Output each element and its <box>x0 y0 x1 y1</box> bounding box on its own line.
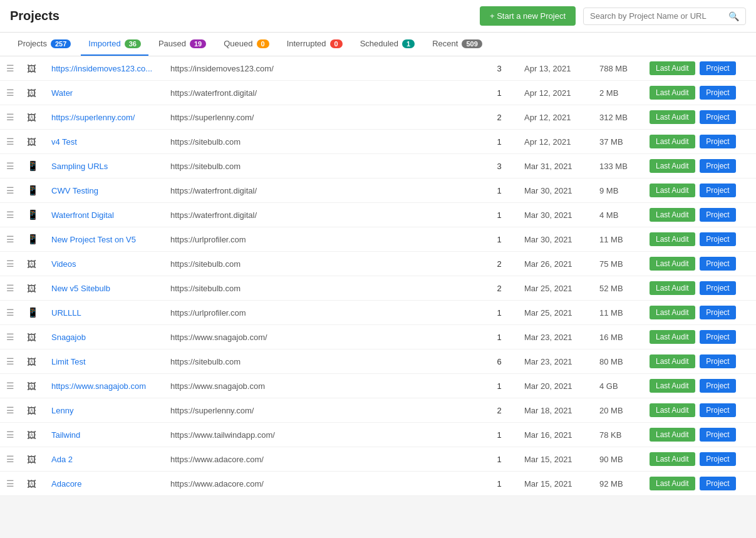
project-name-link[interactable]: https://insidemoves123.co... <box>51 64 152 73</box>
project-name-link[interactable]: Tailwind <box>51 430 80 440</box>
audits-cell: 1 <box>480 447 518 472</box>
row-menu-cell: ☰ <box>0 276 21 301</box>
hamburger-icon[interactable]: ☰ <box>6 283 14 293</box>
last-audit-button[interactable]: Last Audit <box>650 452 695 466</box>
tab-recent[interactable]: Recent 509 <box>425 33 490 56</box>
hamburger-icon[interactable]: ☰ <box>6 259 14 269</box>
desktop-icon: 🖼 <box>27 430 36 440</box>
tab-scheduled[interactable]: Scheduled 1 <box>353 33 423 56</box>
device-icon-cell: 🖼 <box>21 276 45 301</box>
hamburger-icon[interactable]: ☰ <box>6 454 14 464</box>
audit-count: 1 <box>497 235 501 244</box>
date-cell: Mar 30, 2021 <box>518 203 593 227</box>
tab-queued[interactable]: Queued 0 <box>216 33 276 56</box>
project-name-link[interactable]: Snagajob <box>51 333 86 342</box>
project-button[interactable]: Project <box>700 477 735 490</box>
size-cell: 20 MB <box>593 398 643 423</box>
project-name-link[interactable]: URLLLL <box>51 308 81 318</box>
audits-cell: 2 <box>480 105 518 130</box>
project-button[interactable]: Project <box>700 110 735 124</box>
last-audit-button[interactable]: Last Audit <box>650 354 695 368</box>
project-name-link[interactable]: https://superlenny.com/ <box>51 113 135 122</box>
last-audit-button[interactable]: Last Audit <box>650 257 695 271</box>
project-button[interactable]: Project <box>700 403 735 417</box>
project-name-link[interactable]: Lenny <box>51 406 73 415</box>
table-row: ☰ 🖼 Lenny https://superlenny.com/ 2 Mar … <box>0 398 756 423</box>
project-button[interactable]: Project <box>700 281 735 295</box>
project-name-link[interactable]: Limit Test <box>51 357 86 366</box>
hamburger-icon[interactable]: ☰ <box>6 161 14 171</box>
project-name-link[interactable]: Adacore <box>51 479 81 489</box>
tab-projects[interactable]: Projects 257 <box>10 33 78 56</box>
project-name-link[interactable]: Videos <box>51 259 76 269</box>
hamburger-icon[interactable]: ☰ <box>6 185 14 195</box>
actions-cell: Last Audit Project <box>643 301 756 325</box>
audit-count: 2 <box>497 406 501 415</box>
last-audit-button[interactable]: Last Audit <box>650 403 695 417</box>
project-button[interactable]: Project <box>700 232 735 246</box>
last-audit-button[interactable]: Last Audit <box>650 135 695 148</box>
hamburger-icon[interactable]: ☰ <box>6 137 14 147</box>
project-button[interactable]: Project <box>700 159 735 173</box>
audits-cell: 6 <box>480 349 518 374</box>
last-audit-button[interactable]: Last Audit <box>650 86 695 100</box>
hamburger-icon[interactable]: ☰ <box>6 308 14 318</box>
project-button[interactable]: Project <box>700 61 735 75</box>
last-audit-button[interactable]: Last Audit <box>650 61 695 75</box>
table-row: ☰ 📱 CWV Testing https://waterfront.digit… <box>0 178 756 203</box>
tab-paused[interactable]: Paused 19 <box>151 33 214 56</box>
project-name-link[interactable]: v4 Test <box>51 137 77 147</box>
hamburger-icon[interactable]: ☰ <box>6 430 14 440</box>
actions-cell: Last Audit Project <box>643 227 756 252</box>
project-button[interactable]: Project <box>700 354 735 368</box>
tab-interrupted[interactable]: Interrupted 0 <box>279 33 350 56</box>
hamburger-icon[interactable]: ☰ <box>6 381 14 391</box>
hamburger-icon[interactable]: ☰ <box>6 356 14 366</box>
project-name-link[interactable]: CWV Testing <box>51 186 98 195</box>
date-cell: Mar 25, 2021 <box>518 301 593 325</box>
new-project-button[interactable]: + Start a new Project <box>480 6 576 26</box>
project-button[interactable]: Project <box>700 257 735 271</box>
last-audit-button[interactable]: Last Audit <box>650 208 695 222</box>
project-name-link[interactable]: Water <box>51 88 73 98</box>
project-name-link[interactable]: Waterfront Digital <box>51 210 114 220</box>
last-audit-button[interactable]: Last Audit <box>650 184 695 197</box>
project-name-link[interactable]: Ada 2 <box>51 455 73 464</box>
hamburger-icon[interactable]: ☰ <box>6 88 14 98</box>
project-name-link[interactable]: Sampling URLs <box>51 162 108 171</box>
last-audit-button[interactable]: Last Audit <box>650 477 695 490</box>
hamburger-icon[interactable]: ☰ <box>6 234 14 244</box>
last-audit-button[interactable]: Last Audit <box>650 110 695 124</box>
last-audit-button[interactable]: Last Audit <box>650 281 695 295</box>
last-audit-button[interactable]: Last Audit <box>650 379 695 393</box>
hamburger-icon[interactable]: ☰ <box>6 405 14 415</box>
hamburger-icon[interactable]: ☰ <box>6 63 14 73</box>
last-audit-button[interactable]: Last Audit <box>650 232 695 246</box>
hamburger-icon[interactable]: ☰ <box>6 479 14 489</box>
project-url-cell: https://www.snagajob.com <box>164 374 480 398</box>
hamburger-icon[interactable]: ☰ <box>6 112 14 122</box>
project-date: Apr 12, 2021 <box>524 113 571 122</box>
hamburger-icon[interactable]: ☰ <box>6 210 14 220</box>
project-button[interactable]: Project <box>700 184 735 197</box>
project-button[interactable]: Project <box>700 306 735 319</box>
last-audit-button[interactable]: Last Audit <box>650 428 695 442</box>
project-name-link[interactable]: New Project Test on V5 <box>51 235 136 244</box>
hamburger-icon[interactable]: ☰ <box>6 332 14 342</box>
project-button[interactable]: Project <box>700 379 735 393</box>
project-button[interactable]: Project <box>700 208 735 222</box>
tab-imported[interactable]: Imported 36 <box>81 33 148 56</box>
project-button[interactable]: Project <box>700 86 735 100</box>
last-audit-button[interactable]: Last Audit <box>650 330 695 344</box>
project-button[interactable]: Project <box>700 428 735 442</box>
last-audit-button[interactable]: Last Audit <box>650 306 695 319</box>
project-button[interactable]: Project <box>700 330 735 344</box>
project-name-link[interactable]: https://www.snagajob.com <box>51 381 146 391</box>
device-icon-cell: 🖼 <box>21 81 45 105</box>
search-input[interactable] <box>590 11 728 21</box>
last-audit-button[interactable]: Last Audit <box>650 159 695 173</box>
device-icon-cell: 🖼 <box>21 105 45 130</box>
project-button[interactable]: Project <box>700 135 735 148</box>
project-name-link[interactable]: New v5 Sitebulb <box>51 284 110 293</box>
project-button[interactable]: Project <box>700 452 735 466</box>
